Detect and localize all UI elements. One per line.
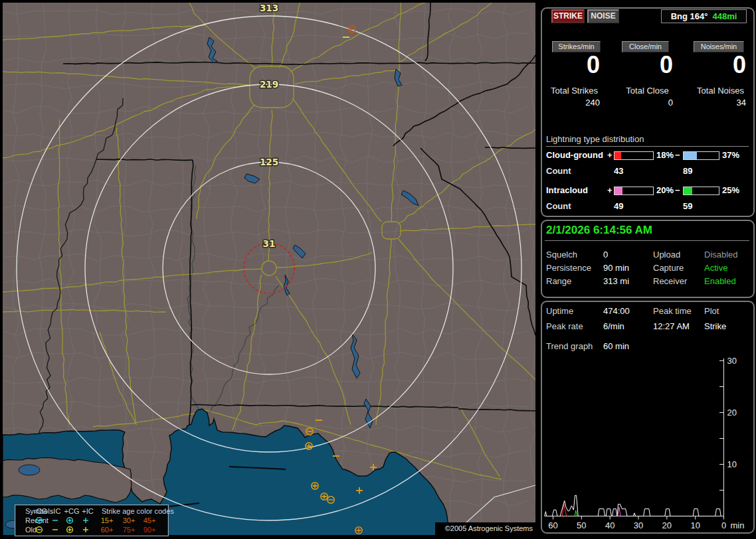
cg-pos-bar [614, 151, 654, 160]
svg-text:313: 313 [260, 3, 278, 13]
range-value: 313 mi [603, 276, 629, 286]
svg-text:min: min [731, 520, 745, 530]
bearing-distance: 448mi [712, 11, 737, 21]
legend-age-title: Strike age color codes [102, 507, 174, 515]
cg-neg-bar [683, 151, 719, 160]
ic-plus-sign: + [607, 185, 613, 195]
cg-pos-count: 43 [614, 166, 623, 176]
persistence-value: 90 min [603, 263, 629, 273]
ic-pos-pct: 20% [656, 185, 674, 195]
map-legend: Symbols -CG -IC +CG +IC Strike age color… [15, 504, 169, 536]
legend-age-45: 45+ [143, 516, 156, 524]
svg-text:31: 31 [263, 238, 276, 249]
svg-text:219: 219 [260, 79, 278, 90]
map-canvas[interactable]: 31125219313 [3, 3, 535, 535]
total-close-label: Total Close [622, 86, 673, 96]
total-noises-value: 34 [695, 98, 746, 108]
capture-label: Capture [653, 263, 684, 273]
distribution-title: Lightning type distribution [546, 134, 749, 147]
bearing-readout: Bng 164°448mi [661, 9, 747, 23]
noises-per-min-value: 0 [695, 53, 746, 80]
svg-text:50: 50 [577, 520, 586, 530]
total-close-value: 0 [622, 98, 673, 108]
cg-minus-sign: − [675, 150, 680, 160]
cg-count-label: Count [546, 166, 571, 176]
intracloud-label: Intracloud [546, 185, 588, 195]
close-per-min-value: 0 [622, 53, 673, 80]
capture-status: Active [704, 263, 727, 273]
total-noises-label: Total Noises [695, 86, 746, 96]
range-label: Range [546, 276, 571, 286]
svg-text:60: 60 [548, 520, 557, 530]
legend-old-circle-plus-icon [67, 527, 73, 533]
persistence-label: Persistence [546, 263, 591, 273]
cg-neg-pct: 37% [722, 150, 739, 160]
upload-label: Upload [653, 250, 680, 260]
ic-neg-bar-fill [684, 187, 692, 194]
legend-old-circle-minus-icon [37, 527, 43, 533]
receiver-label: Receiver [653, 276, 687, 286]
ic-pos-count: 49 [614, 201, 623, 211]
legend-recent-plus-icon [83, 518, 88, 523]
legend-old-plus-icon [83, 527, 88, 532]
legend-age-75: 75+ [123, 526, 136, 534]
ic-count-label: Count [546, 201, 571, 211]
cg-neg-bar-fill [684, 152, 697, 159]
svg-text:30: 30 [727, 356, 737, 366]
legend-recent-circle-plus-icon [67, 518, 73, 524]
svg-text:125: 125 [260, 157, 278, 167]
strikes-per-min-value: 0 [549, 53, 600, 80]
cg-neg-count: 89 [683, 166, 692, 176]
total-strikes-label: Total Strikes [549, 86, 600, 96]
svg-text:0: 0 [721, 520, 726, 530]
datetime-divider [545, 240, 749, 241]
legend-recent-circle-minus-icon [37, 518, 43, 524]
ic-neg-bar [683, 187, 719, 195]
trend-series-total-strikes [545, 495, 721, 516]
datetime-readout: 2/1/2026 6:14:56 AM [546, 224, 747, 237]
ic-pos-bar-fill [614, 187, 622, 194]
bearing-label: Bng 164° [671, 11, 708, 21]
cg-pos-pct: 18% [656, 150, 674, 160]
legend-age-15: 15+ [101, 516, 114, 524]
svg-text:40: 40 [605, 520, 614, 530]
legend-age-60: 60+ [101, 526, 114, 534]
squelch-label: Squelch [546, 250, 577, 260]
ic-neg-pct: 25% [722, 185, 739, 195]
cloud-ground-label: Cloud-ground [546, 150, 603, 160]
cg-pos-bar-fill [614, 152, 621, 159]
receiver-status: Enabled [704, 276, 736, 286]
trend-series [545, 495, 721, 516]
close-counter-column: 0 Total Close 0 [622, 53, 673, 108]
stormtracker-window: 31125219313 Symbols -CG -IC +CG +IC Stri… [0, 0, 756, 539]
svg-text:10: 10 [727, 459, 737, 469]
squelch-value: 0 [603, 250, 608, 260]
legend-age-30: 30+ [123, 516, 136, 524]
trend-axes: 1020306050403020100min [545, 356, 744, 530]
strikes-counter-column: 0 Total Strikes 240 [549, 53, 600, 108]
ic-pos-bar [614, 187, 654, 195]
upload-status: Disabled [704, 250, 738, 260]
noises-counter-column: 0 Total Noises 34 [695, 53, 746, 108]
legend-symbol-glyphs [15, 505, 95, 536]
svg-text:20: 20 [727, 408, 737, 418]
ic-neg-count: 59 [683, 201, 692, 211]
svg-text:30: 30 [634, 520, 643, 530]
ic-minus-sign: − [675, 185, 680, 195]
svg-text:20: 20 [662, 520, 672, 530]
cg-plus-sign: + [607, 150, 613, 160]
strike-mode-button[interactable]: STRIKE [551, 9, 585, 23]
noise-mode-button[interactable]: NOISE [587, 9, 619, 23]
trend-series-ic-neg [575, 510, 577, 516]
trend-graph: 1020306050403020100min [541, 301, 752, 531]
lightning-map[interactable]: 31125219313 [3, 3, 535, 535]
copyright-notice: ©2005 Astrogenic Systems [435, 522, 535, 535]
svg-text:10: 10 [690, 520, 700, 530]
legend-age-90: 90+ [143, 526, 156, 534]
total-strikes-value: 240 [549, 98, 600, 108]
